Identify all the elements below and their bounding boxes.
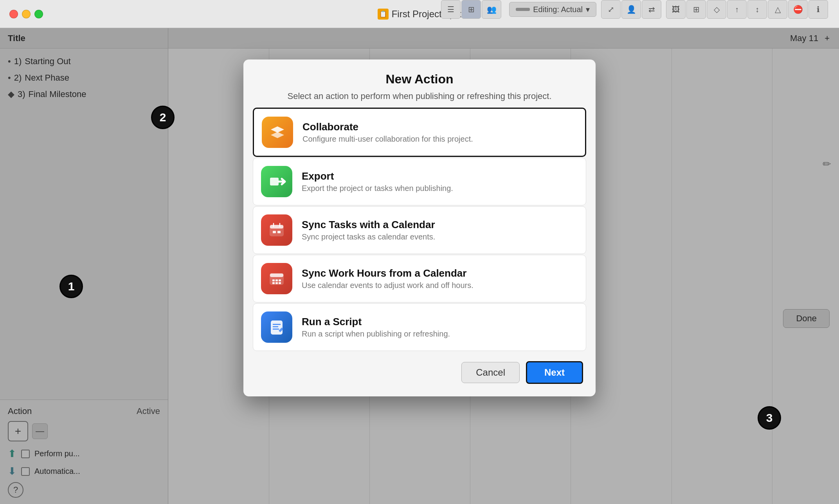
- chevron-down-icon: ▾: [586, 5, 590, 14]
- window-controls: [9, 10, 43, 18]
- collaborate-icon: [262, 117, 293, 148]
- minimize-button[interactable]: [22, 10, 31, 18]
- sync-tasks-desc: Sync project tasks as calendar events.: [302, 232, 435, 241]
- sync-tasks-text: Sync Tasks with a Calendar Sync project …: [302, 219, 435, 241]
- collaborate-desc: Configure multi-user collaboration for t…: [302, 135, 473, 144]
- main-area: Title • 1) Starting Out • 2) Next Phase …: [0, 28, 839, 504]
- title-bar: 📋 First Project.oplx ☰ ⊞ 👥 Editing: Actu…: [0, 0, 839, 28]
- toolbar-btn-table[interactable]: ⊞: [686, 0, 706, 19]
- toolbar-btn-info[interactable]: ℹ: [808, 0, 828, 19]
- new-action-modal: New Action Select an action to perform w…: [243, 59, 596, 396]
- script-name: Run a Script: [302, 316, 450, 328]
- collaborate-text: Collaborate Configure multi-user collabo…: [302, 121, 473, 144]
- sync-tasks-name: Sync Tasks with a Calendar: [302, 219, 435, 231]
- sync-work-desc: Use calendar events to adjust work and o…: [302, 281, 474, 290]
- annotation-3: 3: [758, 406, 781, 430]
- export-desc: Export the project or tasks when publish…: [302, 184, 453, 193]
- toolbar-btn-img[interactable]: 🖼: [666, 0, 686, 19]
- export-name: Export: [302, 170, 453, 182]
- close-button[interactable]: [9, 10, 18, 18]
- modal-item-list: Collaborate Configure multi-user collabo…: [243, 108, 596, 351]
- modal-title: New Action: [259, 72, 580, 86]
- svg-rect-0: [270, 178, 279, 185]
- toolbar-btn-users[interactable]: 👥: [482, 0, 501, 19]
- sync-work-name: Sync Work Hours from a Calendar: [302, 267, 474, 279]
- cancel-button[interactable]: Cancel: [461, 362, 520, 383]
- app-icon: 📋: [378, 9, 389, 20]
- script-icon: [261, 311, 292, 343]
- annotation-2: 2: [151, 106, 175, 129]
- toolbar-btn-triangle[interactable]: △: [768, 0, 787, 19]
- script-desc: Run a script when publishing or refreshi…: [302, 329, 450, 338]
- svg-rect-3: [273, 231, 276, 233]
- toolbar-btn-grid[interactable]: ⊞: [461, 0, 481, 19]
- svg-rect-11: [279, 279, 281, 281]
- toolbar-btn-up[interactable]: ↑: [727, 0, 747, 19]
- modal-item-sync-work[interactable]: Sync Work Hours from a Calendar Use cale…: [253, 255, 586, 302]
- toolbar-btn-nav3[interactable]: ⇄: [642, 0, 661, 19]
- export-icon: [261, 166, 292, 197]
- svg-rect-12: [272, 282, 275, 284]
- svg-rect-2: [270, 225, 283, 229]
- annotation-1: 1: [59, 275, 83, 298]
- sync-tasks-icon: [261, 214, 292, 246]
- export-text: Export Export the project or tasks when …: [302, 170, 453, 193]
- svg-rect-13: [275, 282, 278, 284]
- toolbar-btn-nav1[interactable]: ⤢: [601, 0, 621, 19]
- collaborate-name: Collaborate: [302, 121, 473, 133]
- editing-pill[interactable]: Editing: Actual ▾: [509, 2, 596, 17]
- modal-item-sync-tasks[interactable]: Sync Tasks with a Calendar Sync project …: [253, 206, 586, 254]
- modal-subtitle: Select an action to perform when publish…: [259, 91, 580, 101]
- maximize-button[interactable]: [34, 10, 43, 18]
- next-button[interactable]: Next: [526, 361, 583, 384]
- svg-rect-9: [272, 279, 275, 281]
- sync-work-icon: [261, 263, 292, 294]
- sync-work-text: Sync Work Hours from a Calendar Use cale…: [302, 267, 474, 290]
- svg-rect-15: [271, 320, 283, 335]
- svg-rect-10: [275, 279, 278, 281]
- toolbar-btn-nav2[interactable]: 👤: [621, 0, 641, 19]
- toolbar-btn-stop[interactable]: ⛔: [788, 0, 808, 19]
- modal-item-collaborate[interactable]: Collaborate Configure multi-user collabo…: [253, 108, 586, 157]
- modal-header: New Action Select an action to perform w…: [243, 59, 596, 108]
- svg-rect-8: [270, 274, 283, 277]
- modal-footer: Cancel Next: [243, 352, 596, 396]
- toolbar-btn-diamond[interactable]: ◇: [707, 0, 726, 19]
- svg-rect-14: [279, 282, 281, 284]
- toolbar-btn-arrows[interactable]: ↕: [747, 0, 767, 19]
- modal-item-export[interactable]: Export Export the project or tasks when …: [253, 158, 586, 205]
- script-text: Run a Script Run a script when publishin…: [302, 316, 450, 338]
- modal-item-script[interactable]: Run a Script Run a script when publishin…: [253, 303, 586, 351]
- toolbar-btn-menu[interactable]: ☰: [441, 0, 461, 19]
- svg-rect-4: [277, 231, 281, 233]
